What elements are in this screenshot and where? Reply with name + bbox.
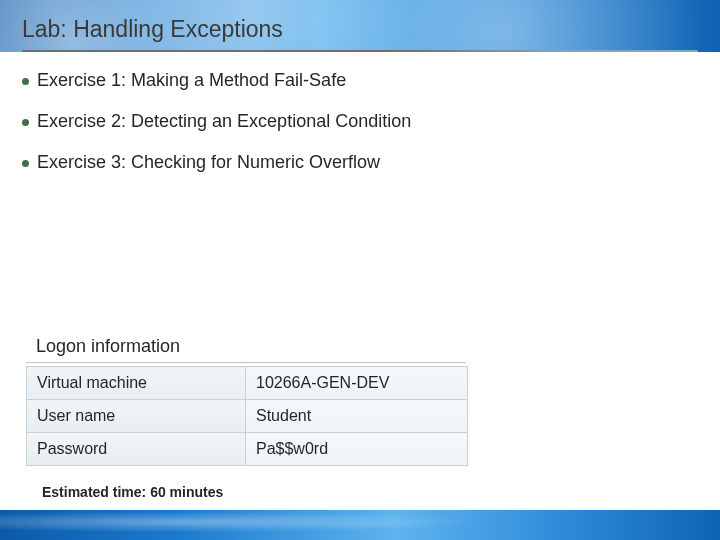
- logon-value: Pa$$w0rd: [246, 433, 468, 466]
- list-item: Exercise 1: Making a Method Fail-Safe: [22, 70, 698, 91]
- bullet-dot-icon: [22, 160, 29, 167]
- logon-value: 10266A-GEN-DEV: [246, 367, 468, 400]
- estimated-time: Estimated time: 60 minutes: [42, 484, 223, 500]
- bullet-text: Exercise 1: Making a Method Fail-Safe: [37, 70, 346, 91]
- logon-key: User name: [27, 400, 246, 433]
- logon-value: Student: [246, 400, 468, 433]
- slide-title: Lab: Handling Exceptions: [22, 16, 283, 49]
- logon-key: Password: [27, 433, 246, 466]
- logon-key: Virtual machine: [27, 367, 246, 400]
- bullet-dot-icon: [22, 119, 29, 126]
- bullet-text: Exercise 3: Checking for Numeric Overflo…: [37, 152, 380, 173]
- slide: Lab: Handling Exceptions Exercise 1: Mak…: [0, 0, 720, 540]
- bullet-text: Exercise 2: Detecting an Exceptional Con…: [37, 111, 411, 132]
- list-item: Exercise 3: Checking for Numeric Overflo…: [22, 152, 698, 173]
- bullet-list: Exercise 1: Making a Method Fail-Safe Ex…: [22, 70, 698, 193]
- table-row: Virtual machine 10266A-GEN-DEV: [27, 367, 468, 400]
- bottom-decor-band: [0, 510, 720, 540]
- table-row: Password Pa$$w0rd: [27, 433, 468, 466]
- logon-underline: [26, 362, 466, 363]
- logon-heading: Logon information: [36, 336, 180, 357]
- bullet-dot-icon: [22, 78, 29, 85]
- table-row: User name Student: [27, 400, 468, 433]
- logon-table: Virtual machine 10266A-GEN-DEV User name…: [26, 366, 468, 466]
- list-item: Exercise 2: Detecting an Exceptional Con…: [22, 111, 698, 132]
- title-underline: [22, 50, 698, 52]
